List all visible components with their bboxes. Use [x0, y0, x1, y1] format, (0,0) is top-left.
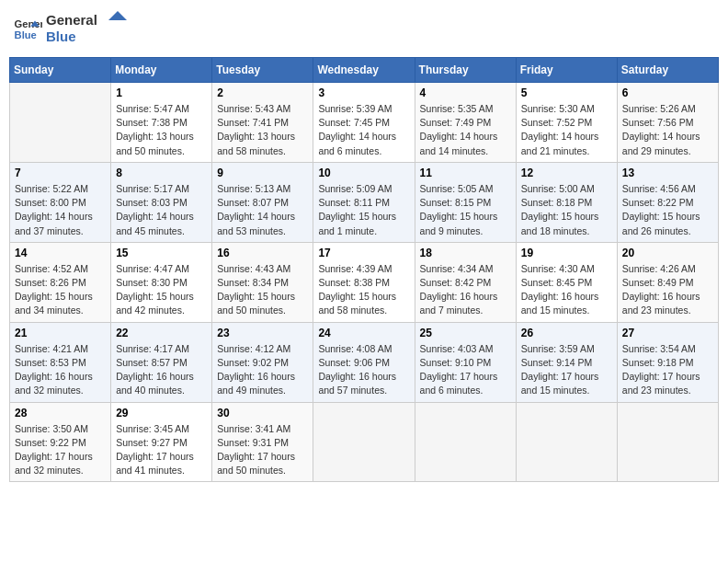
day-info: Sunrise: 3:45 AMSunset: 9:27 PMDaylight:… — [116, 422, 207, 478]
svg-text:General: General — [46, 12, 97, 28]
calendar-cell — [415, 402, 516, 482]
day-number: 20 — [622, 247, 713, 259]
day-number: 14 — [15, 247, 106, 259]
logo-svg: General Blue — [46, 9, 129, 46]
logo-icon: General Blue — [13, 15, 42, 44]
day-info: Sunrise: 4:34 AMSunset: 8:42 PMDaylight:… — [420, 262, 511, 318]
day-number: 23 — [217, 327, 308, 339]
day-number: 4 — [420, 86, 511, 99]
calendar-cell: 5Sunrise: 5:30 AMSunset: 7:52 PMDaylight… — [516, 83, 617, 163]
calendar-cell: 1Sunrise: 5:47 AMSunset: 7:38 PMDaylight… — [111, 83, 212, 163]
day-number: 8 — [116, 167, 207, 179]
day-info: Sunrise: 5:17 AMSunset: 8:03 PMDaylight:… — [116, 182, 207, 238]
day-number: 9 — [217, 167, 308, 179]
calendar-cell: 17Sunrise: 4:39 AMSunset: 8:38 PMDayligh… — [313, 242, 415, 322]
day-info: Sunrise: 3:50 AMSunset: 9:22 PMDaylight:… — [15, 422, 106, 478]
calendar-cell: 18Sunrise: 4:34 AMSunset: 8:42 PMDayligh… — [415, 242, 516, 322]
calendar-cell: 19Sunrise: 4:30 AMSunset: 8:45 PMDayligh… — [516, 242, 617, 322]
calendar-cell: 21Sunrise: 4:21 AMSunset: 8:53 PMDayligh… — [10, 322, 111, 402]
calendar-cell: 12Sunrise: 5:00 AMSunset: 8:18 PMDayligh… — [516, 162, 617, 242]
weekday-header: Thursday — [415, 58, 516, 83]
day-number: 28 — [15, 407, 106, 419]
day-info: Sunrise: 5:39 AMSunset: 7:45 PMDaylight:… — [318, 102, 409, 158]
calendar-cell: 28Sunrise: 3:50 AMSunset: 9:22 PMDayligh… — [10, 402, 111, 482]
day-info: Sunrise: 4:47 AMSunset: 8:30 PMDaylight:… — [116, 262, 207, 318]
calendar-cell: 13Sunrise: 4:56 AMSunset: 8:22 PMDayligh… — [617, 162, 718, 242]
day-number: 17 — [318, 247, 409, 259]
calendar-cell: 25Sunrise: 4:03 AMSunset: 9:10 PMDayligh… — [415, 322, 516, 402]
day-number: 30 — [217, 407, 308, 419]
calendar-cell: 9Sunrise: 5:13 AMSunset: 8:07 PMDaylight… — [212, 162, 313, 242]
calendar-cell: 4Sunrise: 5:35 AMSunset: 7:49 PMDaylight… — [415, 83, 516, 163]
day-number: 7 — [15, 167, 106, 179]
day-number: 19 — [521, 247, 612, 259]
weekday-header: Sunday — [10, 58, 111, 83]
day-info: Sunrise: 3:41 AMSunset: 9:31 PMDaylight:… — [217, 422, 308, 478]
calendar-cell: 22Sunrise: 4:17 AMSunset: 8:57 PMDayligh… — [111, 322, 212, 402]
svg-marker-4 — [108, 11, 127, 20]
calendar-cell — [516, 402, 617, 482]
day-number: 1 — [116, 86, 207, 99]
day-info: Sunrise: 5:30 AMSunset: 7:52 PMDaylight:… — [521, 102, 612, 158]
calendar-cell: 23Sunrise: 4:12 AMSunset: 9:02 PMDayligh… — [212, 322, 313, 402]
day-number: 11 — [420, 167, 511, 179]
calendar-header: SundayMondayTuesdayWednesdayThursdayFrid… — [10, 58, 719, 83]
day-info: Sunrise: 5:26 AMSunset: 7:56 PMDaylight:… — [622, 102, 713, 158]
calendar-cell: 3Sunrise: 5:39 AMSunset: 7:45 PMDaylight… — [313, 83, 415, 163]
day-number: 2 — [217, 86, 308, 99]
calendar-cell: 29Sunrise: 3:45 AMSunset: 9:27 PMDayligh… — [111, 402, 212, 482]
day-info: Sunrise: 5:43 AMSunset: 7:41 PMDaylight:… — [217, 102, 308, 158]
svg-text:Blue: Blue — [15, 29, 37, 40]
day-number: 29 — [116, 407, 207, 419]
calendar-cell: 24Sunrise: 4:08 AMSunset: 9:06 PMDayligh… — [313, 322, 415, 402]
day-number: 15 — [116, 247, 207, 259]
day-info: Sunrise: 3:59 AMSunset: 9:14 PMDaylight:… — [521, 342, 612, 398]
calendar-cell: 20Sunrise: 4:26 AMSunset: 8:49 PMDayligh… — [617, 242, 718, 322]
day-number: 5 — [521, 86, 612, 99]
calendar-cell: 16Sunrise: 4:43 AMSunset: 8:34 PMDayligh… — [212, 242, 313, 322]
weekday-header: Friday — [516, 58, 617, 83]
calendar-cell: 27Sunrise: 3:54 AMSunset: 9:18 PMDayligh… — [617, 322, 718, 402]
day-number: 18 — [420, 247, 511, 259]
day-number: 24 — [318, 327, 409, 339]
calendar-table: SundayMondayTuesdayWednesdayThursdayFrid… — [9, 57, 719, 482]
day-info: Sunrise: 4:26 AMSunset: 8:49 PMDaylight:… — [622, 262, 713, 318]
day-info: Sunrise: 5:47 AMSunset: 7:38 PMDaylight:… — [116, 102, 207, 158]
day-number: 12 — [521, 167, 612, 179]
day-info: Sunrise: 5:13 AMSunset: 8:07 PMDaylight:… — [217, 182, 308, 238]
day-info: Sunrise: 4:30 AMSunset: 8:45 PMDaylight:… — [521, 262, 612, 318]
calendar-cell: 8Sunrise: 5:17 AMSunset: 8:03 PMDaylight… — [111, 162, 212, 242]
day-info: Sunrise: 4:52 AMSunset: 8:26 PMDaylight:… — [15, 262, 106, 318]
day-info: Sunrise: 4:08 AMSunset: 9:06 PMDaylight:… — [318, 342, 409, 398]
day-number: 16 — [217, 247, 308, 259]
day-number: 21 — [15, 327, 106, 339]
weekday-header: Saturday — [617, 58, 718, 83]
logo: General Blue General Blue — [13, 9, 129, 50]
calendar-cell: 15Sunrise: 4:47 AMSunset: 8:30 PMDayligh… — [111, 242, 212, 322]
page-header: General Blue General Blue — [9, 9, 719, 50]
day-info: Sunrise: 4:17 AMSunset: 8:57 PMDaylight:… — [116, 342, 207, 398]
svg-text:General: General — [15, 18, 42, 29]
day-number: 3 — [318, 86, 409, 99]
weekday-header: Monday — [111, 58, 212, 83]
day-info: Sunrise: 5:35 AMSunset: 7:49 PMDaylight:… — [420, 102, 511, 158]
day-info: Sunrise: 5:09 AMSunset: 8:11 PMDaylight:… — [318, 182, 409, 238]
weekday-header: Wednesday — [313, 58, 415, 83]
day-info: Sunrise: 4:43 AMSunset: 8:34 PMDaylight:… — [217, 262, 308, 318]
day-number: 6 — [622, 86, 713, 99]
calendar-cell — [10, 83, 111, 163]
calendar-cell: 30Sunrise: 3:41 AMSunset: 9:31 PMDayligh… — [212, 402, 313, 482]
day-info: Sunrise: 4:03 AMSunset: 9:10 PMDaylight:… — [420, 342, 511, 398]
day-info: Sunrise: 5:22 AMSunset: 8:00 PMDaylight:… — [15, 182, 106, 238]
calendar-cell: 6Sunrise: 5:26 AMSunset: 7:56 PMDaylight… — [617, 83, 718, 163]
calendar-cell: 26Sunrise: 3:59 AMSunset: 9:14 PMDayligh… — [516, 322, 617, 402]
day-number: 10 — [318, 167, 409, 179]
day-info: Sunrise: 4:56 AMSunset: 8:22 PMDaylight:… — [622, 182, 713, 238]
weekday-header: Tuesday — [212, 58, 313, 83]
svg-text:Blue: Blue — [46, 29, 76, 44]
day-number: 22 — [116, 327, 207, 339]
day-number: 25 — [420, 327, 511, 339]
day-info: Sunrise: 5:00 AMSunset: 8:18 PMDaylight:… — [521, 182, 612, 238]
calendar-cell: 10Sunrise: 5:09 AMSunset: 8:11 PMDayligh… — [313, 162, 415, 242]
day-info: Sunrise: 5:05 AMSunset: 8:15 PMDaylight:… — [420, 182, 511, 238]
